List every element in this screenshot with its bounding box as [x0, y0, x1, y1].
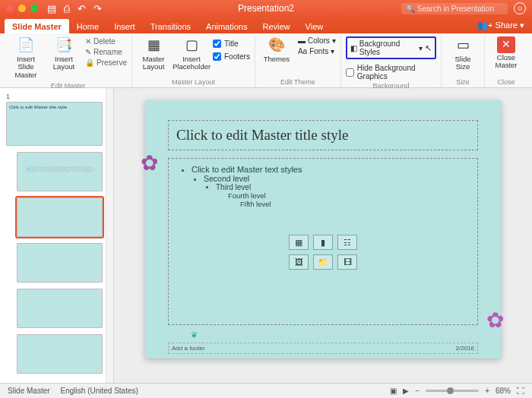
undo-icon[interactable]: ↶: [78, 3, 86, 14]
preserve-button[interactable]: 🔒Preserve: [85, 58, 127, 67]
tab-insert[interactable]: Insert: [106, 19, 143, 33]
search-icon: 🔍: [406, 5, 415, 13]
tab-slide-master[interactable]: Slide Master: [5, 19, 69, 33]
work-area: 1 Click to edit Master title style Click…: [0, 88, 532, 383]
insert-placeholder-button[interactable]: ▢Insert Placeholder: [175, 35, 208, 73]
group-label: Close: [497, 77, 515, 87]
leaf-decoration-icon: ❦: [191, 330, 198, 340]
rename-button[interactable]: ✎Rename: [85, 48, 127, 56]
layout-thumbnail[interactable]: Click to edit Master title style: [17, 152, 103, 191]
normal-view-icon[interactable]: ▣: [390, 387, 397, 395]
status-language[interactable]: English (United States): [61, 387, 138, 395]
insert-layout-button[interactable]: 📑Insert Layout: [47, 35, 81, 73]
search-placeholder: Search in Presentation: [417, 5, 494, 13]
close-window-icon[interactable]: [6, 5, 14, 12]
close-master-button[interactable]: ✕Close Master: [489, 35, 523, 71]
footers-checkbox[interactable]: Footers: [213, 51, 250, 61]
smartart-icon[interactable]: ☷: [337, 235, 357, 250]
background-styles-icon: ◧: [350, 44, 357, 52]
group-label: Edit Theme: [280, 77, 315, 87]
delete-button[interactable]: ✕Delete: [85, 37, 127, 46]
group-size: ▭Slide Size Size: [442, 35, 485, 87]
zoom-out-icon[interactable]: −: [415, 387, 420, 395]
background-styles-button[interactable]: ◧Background Styles ▾↖: [346, 36, 436, 59]
status-bar: Slide Master English (United States) ▣ ▶…: [0, 383, 532, 398]
minimize-window-icon[interactable]: [18, 5, 26, 12]
group-edit-master: 📄Insert Slide Master 📑Insert Layout ✕Del…: [5, 35, 132, 87]
hide-background-graphics-checkbox[interactable]: Hide Background Graphics: [346, 62, 436, 81]
title-checkbox[interactable]: Title: [213, 38, 250, 48]
footer-date: 2/2016: [456, 345, 474, 352]
folder-icon[interactable]: 📁: [313, 254, 333, 270]
ribbon: 📄Insert Slide Master 📑Insert Layout ✕Del…: [0, 33, 532, 88]
layout-thumbnail[interactable]: [17, 334, 103, 374]
zoom-window-icon[interactable]: [30, 5, 38, 12]
fit-to-window-icon[interactable]: ⛶: [517, 387, 524, 395]
layout-thumbnail[interactable]: [17, 289, 103, 328]
table-icon[interactable]: ▦: [289, 235, 309, 250]
status-mode: Slide Master: [8, 387, 50, 395]
window-controls: [6, 5, 38, 12]
footer-left: Add a footer: [172, 345, 205, 352]
body-placeholder[interactable]: Click to edit Master text styles Second …: [168, 158, 478, 325]
share-button[interactable]: 👥+ Share ▾: [477, 21, 524, 30]
slideshow-view-icon[interactable]: ▶: [403, 387, 409, 395]
bullet-level-4: Fourth level: [228, 191, 468, 200]
cursor-icon: ↖: [425, 43, 432, 53]
themes-button[interactable]: 🎨Themes: [260, 35, 293, 65]
chart-icon[interactable]: ▮: [313, 235, 333, 250]
thumbnail-pane: 1 Click to edit Master title style Click…: [0, 88, 114, 383]
master-layout-icon: ▦: [143, 36, 164, 55]
insert-slide-master-button[interactable]: 📄Insert Slide Master: [9, 35, 43, 81]
slide[interactable]: Click to edit Master title style Click t…: [145, 100, 501, 359]
redo-icon[interactable]: ↷: [93, 3, 102, 14]
document-title: Presentation2: [238, 3, 294, 14]
zoom-value[interactable]: 68%: [496, 387, 511, 395]
content-placeholder-icons: ▦ ▮ ☷ 🖼 📁 🎞: [289, 235, 357, 270]
fonts-icon: Aa: [298, 47, 307, 55]
picture-icon[interactable]: 🖼: [289, 254, 309, 270]
zoom-slider[interactable]: [426, 390, 479, 392]
flower-decoration-icon: ✿: [486, 308, 504, 333]
tab-home[interactable]: Home: [69, 19, 106, 33]
delete-icon: ✕: [85, 37, 91, 46]
slide-size-icon: ▭: [452, 36, 473, 55]
master-thumbnail[interactable]: Click to edit Master title style: [6, 102, 103, 146]
fonts-button[interactable]: AaFonts ▾: [298, 47, 336, 55]
slide-size-button[interactable]: ▭Slide Size: [446, 35, 480, 73]
footer-placeholder[interactable]: Add a footer 2/2016: [168, 343, 478, 354]
quick-access-toolbar: ▤ ⎙ ↶ ↷: [47, 3, 102, 14]
zoom-in-icon[interactable]: +: [485, 387, 489, 395]
colors-button[interactable]: ▬Colors ▾: [298, 36, 336, 45]
title-placeholder[interactable]: Click to edit Master title style: [168, 120, 478, 150]
thumbnail-scrollbar[interactable]: [106, 88, 113, 383]
ribbon-tabbar: Slide Master Home Insert Transitions Ani…: [0, 17, 532, 33]
insert-placeholder-icon: ▢: [181, 36, 202, 55]
save-icon[interactable]: ▤: [47, 3, 56, 14]
group-edit-theme: 🎨Themes ▬Colors ▾ AaFonts ▾ Edit Theme: [255, 35, 341, 87]
group-label: Size: [456, 77, 470, 87]
rename-icon: ✎: [85, 48, 91, 56]
tab-transitions[interactable]: Transitions: [143, 19, 198, 33]
feedback-icon[interactable]: ☺: [514, 2, 526, 14]
slide-canvas: Click to edit Master title style Click t…: [114, 88, 532, 383]
video-icon[interactable]: 🎞: [337, 254, 357, 270]
tab-review[interactable]: Review: [255, 19, 297, 33]
tab-view[interactable]: View: [298, 19, 331, 33]
layout-thumbnail[interactable]: [17, 243, 103, 283]
tab-animations[interactable]: Animations: [198, 19, 255, 33]
bullet-level-5: Fifth level: [240, 200, 468, 208]
themes-icon: 🎨: [266, 36, 287, 55]
close-icon: ✕: [497, 36, 515, 53]
titlebar: ▤ ⎙ ↶ ↷ Presentation2 🔍 Search in Presen…: [0, 0, 532, 17]
preserve-icon: 🔒: [85, 58, 94, 67]
search-input[interactable]: 🔍 Search in Presentation: [401, 3, 508, 14]
flower-decoration-icon: ✿: [141, 150, 158, 175]
print-icon[interactable]: ⎙: [64, 3, 70, 14]
layout-thumbnail-selected[interactable]: [17, 197, 103, 237]
group-label: Master Layout: [172, 77, 215, 87]
bullet-level-1: Click to edit Master text styles: [192, 165, 468, 174]
group-master-layout: ▦Master Layout ▢Insert Placeholder Title…: [132, 35, 255, 87]
group-close: ✕Close Master Close: [485, 35, 527, 87]
master-layout-button[interactable]: ▦Master Layout: [137, 35, 170, 73]
